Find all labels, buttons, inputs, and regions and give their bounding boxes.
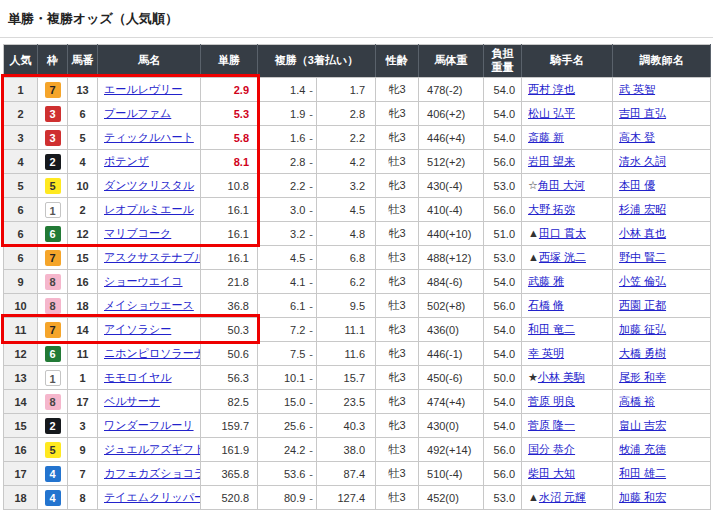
place-range-separator: -	[309, 228, 313, 240]
carried-weight: 56.0	[484, 438, 522, 462]
jockey-link[interactable]: 水沼 元輝	[539, 491, 586, 503]
jockey-mark: ▲	[528, 227, 539, 239]
trainer-link[interactable]: 杉浦 宏昭	[619, 203, 666, 215]
win-odds: 82.5	[201, 390, 258, 414]
jockey-link[interactable]: 和田 竜二	[528, 323, 575, 335]
jockey-link[interactable]: 菅原 隆一	[528, 419, 575, 431]
trainer-link[interactable]: 畠山 吉宏	[619, 419, 666, 431]
table-row: 6 6 12 マリブコーク 16.1 3.2- 4.8 牝3 440(+10) …	[4, 222, 711, 246]
jockey-link[interactable]: 西塚 洸二	[539, 251, 586, 263]
place-odds-low-cell: 7.2-	[258, 318, 317, 342]
jockey-cell: 和田 竜二	[522, 318, 613, 342]
horse-name-link[interactable]: メイショウエース	[104, 299, 194, 311]
carried-weight: 56.0	[484, 150, 522, 174]
trainer-cell: 高橋 裕	[613, 390, 711, 414]
sex-age: 牡3	[376, 198, 419, 222]
trainer-link[interactable]: 本田 優	[619, 179, 655, 191]
jockey-link[interactable]: 松山 弘平	[528, 107, 575, 119]
horse-name-cell: アイソラシー	[98, 318, 201, 342]
odds-table: 人気 枠 馬番 馬名 単勝 複勝（3着払い） 性齢 馬体重 負担重量 騎手名 調…	[3, 44, 711, 510]
rank-value: 12	[4, 342, 38, 366]
frame-cell: 8	[38, 270, 68, 294]
frame-badge: 6	[45, 226, 61, 242]
carried-weight: 54.0	[484, 414, 522, 438]
sex-age: 牝3	[376, 342, 419, 366]
odds-table-container: 人気 枠 馬番 馬名 単勝 複勝（3着払い） 性齢 馬体重 負担重量 騎手名 調…	[3, 44, 710, 510]
frame-badge: 4	[45, 466, 61, 482]
jockey-link[interactable]: 斎藤 新	[528, 131, 564, 143]
place-odds-high: 40.3	[317, 414, 376, 438]
horse-name-link[interactable]: エールレヴリー	[104, 83, 182, 95]
table-row: 12 6 11 ニホンピロソラーナ 50.6 7.5- 11.6 牝3 446(…	[4, 342, 711, 366]
trainer-link[interactable]: 吉田 直弘	[619, 107, 666, 119]
jockey-link[interactable]: 菅原 明良	[528, 395, 575, 407]
table-row: 2 3 6 プールファム 5.3 1.9- 2.8 牝3 406(+2) 54.…	[4, 102, 711, 126]
horse-number: 15	[68, 246, 98, 270]
place-range-separator: -	[309, 324, 313, 336]
jockey-link[interactable]: 武藤 雅	[528, 275, 564, 287]
trainer-link[interactable]: 高木 登	[619, 131, 655, 143]
jockey-link[interactable]: 国分 恭介	[528, 443, 575, 455]
table-row: 16 5 9 ジュエルアズギフト 161.9 24.2- 38.0 牡3 492…	[4, 438, 711, 462]
trainer-link[interactable]: 武 英智	[619, 83, 655, 95]
horse-weight: 450(-6)	[419, 366, 484, 390]
horse-name-link[interactable]: ティックルハート	[104, 131, 194, 143]
jockey-link[interactable]: 柴田 大知	[528, 467, 575, 479]
horse-name-link[interactable]: マリブコーク	[104, 227, 171, 239]
carried-weight: 53.0	[484, 174, 522, 198]
jockey-link[interactable]: 西村 淳也	[528, 83, 575, 95]
horse-weight: 440(+10)	[419, 222, 484, 246]
horse-name-link[interactable]: モモロイヤル	[104, 371, 172, 383]
trainer-link[interactable]: 牧浦 充徳	[619, 443, 666, 455]
trainer-link[interactable]: 野中 賢二	[619, 251, 666, 263]
trainer-link[interactable]: 西園 正都	[619, 299, 666, 311]
carried-weight: 53.0	[484, 486, 522, 510]
horse-number: 9	[68, 438, 98, 462]
place-odds-high: 11.1	[317, 318, 376, 342]
horse-name-link[interactable]: レオプルミエール	[104, 203, 194, 215]
trainer-link[interactable]: 和田 雄二	[619, 467, 666, 479]
jockey-link[interactable]: 角田 大河	[538, 179, 585, 191]
trainer-link[interactable]: 大橋 勇樹	[619, 347, 666, 359]
carried-weight: 56.0	[484, 294, 522, 318]
horse-name-link[interactable]: ショーウエイコ	[104, 275, 183, 287]
horse-name-link[interactable]: アイソラシー	[104, 323, 171, 335]
trainer-link[interactable]: 清水 久詞	[619, 155, 666, 167]
table-row: 6 7 15 アスクサステナブル 16.1 4.5- 6.8 牡3 488(+1…	[4, 246, 711, 270]
horse-name-link[interactable]: カフェカズショコラ	[104, 467, 201, 479]
horse-name-cell: ポテンザ	[98, 150, 201, 174]
horse-name-link[interactable]: アスクサステナブル	[104, 251, 201, 263]
jockey-link[interactable]: 幸 英明	[528, 347, 564, 359]
page-title: 単勝・複勝オッズ（人気順）	[8, 10, 705, 28]
trainer-link[interactable]: 加藤 和宏	[619, 491, 666, 503]
jockey-link[interactable]: 田口 貫太	[539, 227, 586, 239]
header-horse-name: 馬名	[98, 45, 201, 78]
carried-weight: 54.0	[484, 102, 522, 126]
jockey-link[interactable]: 大野 拓弥	[528, 203, 575, 215]
horse-name-link[interactable]: テイエムクリッパー	[104, 491, 201, 503]
table-row: 18 4 8 テイエムクリッパー 520.8 80.9- 127.4 牡3 45…	[4, 486, 711, 510]
place-range-separator: -	[309, 108, 313, 120]
horse-name-link[interactable]: ニホンピロソラーナ	[104, 347, 201, 359]
trainer-link[interactable]: 小笠 倫弘	[619, 275, 666, 287]
win-odds: 16.1	[201, 198, 258, 222]
trainer-link[interactable]: 小林 真也	[619, 227, 666, 239]
horse-weight: 492(+14)	[419, 438, 484, 462]
horse-name-link[interactable]: ポテンザ	[104, 155, 149, 167]
horse-name-link[interactable]: プールファム	[104, 107, 171, 119]
trainer-link[interactable]: 加藤 征弘	[619, 323, 666, 335]
horse-name-link[interactable]: ベルサーナ	[104, 395, 160, 407]
horse-name-link[interactable]: ダンツクリスタル	[104, 179, 194, 191]
frame-cell: 1	[38, 366, 68, 390]
place-odds-low: 24.2	[284, 444, 305, 456]
horse-name-link[interactable]: ジュエルアズギフト	[104, 443, 201, 455]
horse-name-link[interactable]: ワンダーフルーリ	[104, 419, 194, 431]
jockey-link[interactable]: 岩田 望来	[528, 155, 575, 167]
horse-name-cell: プールファム	[98, 102, 201, 126]
horse-weight: 436(0)	[419, 318, 484, 342]
jockey-link[interactable]: 石橋 脩	[528, 299, 564, 311]
trainer-link[interactable]: 高橋 裕	[619, 395, 655, 407]
trainer-link[interactable]: 尾形 和幸	[619, 371, 666, 383]
jockey-link[interactable]: 小林 美駒	[538, 371, 585, 383]
sex-age: 牝3	[376, 270, 419, 294]
